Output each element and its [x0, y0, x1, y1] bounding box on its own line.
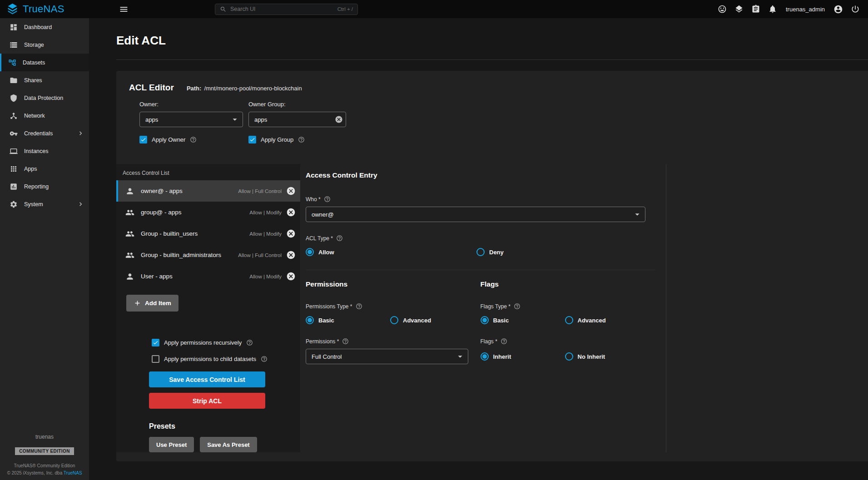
help-icon[interactable]	[342, 338, 349, 345]
remove-entry-icon[interactable]	[286, 250, 296, 260]
radio-selected-icon	[481, 352, 489, 361]
footer-edition-line: TrueNAS® Community Edition	[0, 463, 89, 468]
sidebar-item-reporting[interactable]: Reporting	[0, 178, 89, 195]
radio-permissions-basic[interactable]: Basic	[306, 316, 390, 324]
radio-permissions-advanced[interactable]: Advanced	[390, 316, 431, 324]
strip-acl-button[interactable]: Strip ACL	[149, 393, 265, 409]
logo-text: TrueNAS	[23, 3, 64, 15]
topbar: TrueNAS Ctrl + / truenas_admin	[0, 0, 868, 18]
save-as-preset-button[interactable]: Save As Preset	[200, 437, 257, 452]
search-box[interactable]: Ctrl + /	[215, 4, 358, 15]
truenas-link[interactable]: TrueNAS	[64, 470, 82, 475]
dataset-path: Path:/mnt/monero-pool/monero-blockchain	[187, 85, 302, 92]
who-select[interactable]: owner@	[306, 207, 645, 222]
save-acl-button[interactable]: Save Access Control List	[149, 371, 265, 387]
apply-group-checkbox[interactable]: Apply Group	[248, 136, 357, 144]
dashboard-icon	[10, 23, 18, 31]
access-control-list-panel: Access Control List owner@ - apps Allow …	[116, 164, 300, 452]
help-icon[interactable]	[298, 136, 305, 143]
copyright-text: © 2025 iXsystems, Inc. dba	[7, 470, 63, 475]
radio-unselected-icon	[476, 248, 485, 256]
logged-in-username: truenas_admin	[786, 6, 825, 13]
help-icon[interactable]	[246, 339, 253, 346]
apply-owner-label: Apply Owner	[152, 136, 185, 143]
owner-group-input[interactable]: apps	[248, 112, 346, 127]
alerts-bell-icon[interactable]	[768, 5, 777, 14]
recursive-checkbox[interactable]: Apply permissions recursively	[152, 339, 300, 346]
flags-title: Flags	[481, 280, 655, 288]
feedback-smiley-icon[interactable]	[718, 5, 727, 14]
radio-label: No Inherit	[578, 353, 605, 360]
help-icon[interactable]	[336, 235, 343, 242]
acl-entry-name: User - apps	[141, 273, 173, 280]
help-icon[interactable]	[324, 196, 331, 203]
apply-owner-checkbox[interactable]: Apply Owner	[139, 136, 248, 144]
radio-inherit[interactable]: Inherit	[481, 352, 565, 361]
radio-no-inherit[interactable]: No Inherit	[565, 352, 605, 361]
radio-allow[interactable]: Allow	[306, 248, 476, 256]
acl-editor-card: ACL Editor Path:/mnt/monero-pool/monero-…	[116, 71, 868, 461]
acl-entry-name: Group - builtin_administrators	[141, 252, 221, 258]
jobs-layers-icon[interactable]	[734, 5, 744, 14]
menu-icon[interactable]	[119, 5, 129, 14]
power-icon[interactable]	[851, 5, 860, 14]
main-content: Edit ACL ACL Editor Path:/mnt/monero-poo…	[89, 18, 868, 480]
sidebar-item-credentials[interactable]: Credentials	[0, 124, 89, 142]
acl-entry-owner[interactable]: owner@ - apps Allow | Full Control	[116, 180, 300, 202]
help-icon[interactable]	[190, 136, 197, 143]
apps-grid-icon	[10, 165, 18, 173]
search-shortcut: Ctrl + /	[337, 6, 353, 12]
radio-label: Advanced	[403, 317, 431, 324]
remove-entry-icon[interactable]	[286, 229, 296, 238]
remove-entry-icon[interactable]	[286, 186, 296, 196]
search-icon	[220, 6, 227, 13]
owner-select[interactable]: apps	[139, 112, 243, 127]
child-datasets-checkbox[interactable]: Apply permissions to child datasets	[152, 355, 300, 363]
sidebar-item-datasets[interactable]: Datasets	[0, 54, 89, 71]
truenas-logo[interactable]: TrueNAS	[0, 3, 89, 15]
help-icon[interactable]	[501, 338, 507, 345]
sidebar-item-instances[interactable]: Instances	[0, 142, 89, 160]
help-icon[interactable]	[514, 303, 521, 310]
acl-entry-user-apps[interactable]: User - apps Allow | Modify	[116, 266, 300, 287]
checkbox-checked-icon	[152, 339, 159, 346]
sidebar-item-label: Data Protection	[24, 95, 63, 101]
search-input[interactable]	[230, 6, 334, 12]
page-title: Edit ACL	[116, 34, 868, 48]
acl-list-title: Access Control List	[116, 164, 300, 180]
sidebar-item-shares[interactable]: Shares	[0, 71, 89, 89]
radio-deny[interactable]: Deny	[476, 248, 504, 256]
sidebar-item-label: Apps	[24, 166, 37, 172]
remove-entry-icon[interactable]	[286, 272, 296, 281]
sidebar-item-data-protection[interactable]: Data Protection	[0, 89, 89, 107]
radio-flags-advanced[interactable]: Advanced	[565, 316, 606, 324]
add-item-button[interactable]: Add Item	[126, 295, 179, 312]
help-icon[interactable]	[261, 356, 268, 362]
remove-entry-icon[interactable]	[286, 208, 296, 217]
clear-input-icon[interactable]	[335, 115, 343, 124]
people-icon	[125, 229, 134, 238]
checkbox-checked-icon	[139, 136, 147, 144]
sidebar-item-network[interactable]: Network	[0, 107, 89, 124]
permissions-type-label: Permissions Type *	[306, 303, 352, 310]
key-icon	[10, 129, 18, 138]
help-icon[interactable]	[356, 303, 362, 310]
shield-icon	[10, 94, 18, 102]
tasks-clipboard-icon[interactable]	[751, 5, 760, 14]
acl-entry-builtin-users[interactable]: Group - builtin_users Allow | Modify	[116, 223, 300, 244]
sidebar-item-storage[interactable]: Storage	[0, 36, 89, 54]
sidebar-item-dashboard[interactable]: Dashboard	[0, 18, 89, 36]
sidebar-item-apps[interactable]: Apps	[0, 160, 89, 178]
use-preset-button[interactable]: Use Preset	[149, 437, 194, 452]
radio-flags-basic[interactable]: Basic	[481, 316, 565, 324]
radio-label: Allow	[318, 249, 334, 256]
permissions-select[interactable]: Full Control	[306, 349, 468, 364]
radio-label: Basic	[318, 317, 334, 324]
truenas-logo-icon	[6, 3, 19, 15]
acl-entry-name: Group - builtin_users	[141, 230, 198, 237]
acl-entry-group[interactable]: group@ - apps Allow | Modify	[116, 202, 300, 223]
add-item-label: Add Item	[145, 300, 171, 307]
sidebar-item-system[interactable]: System	[0, 195, 89, 213]
user-avatar-icon[interactable]	[833, 5, 843, 14]
acl-entry-builtin-administrators[interactable]: Group - builtin_administrators Allow | F…	[116, 244, 300, 266]
